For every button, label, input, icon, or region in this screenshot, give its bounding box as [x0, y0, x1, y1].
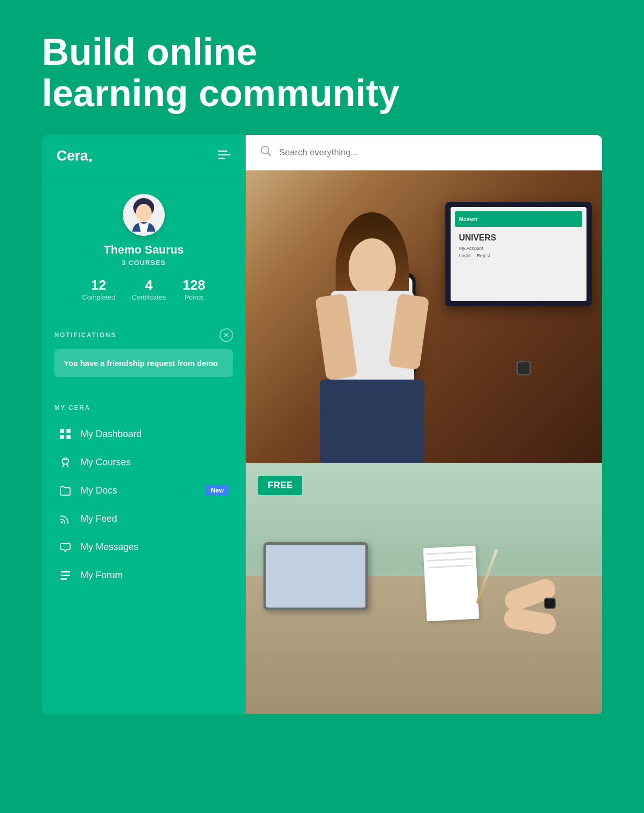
nav-courses-label: My Courses: [80, 457, 131, 468]
notifications-title: NOTIFICATIONS: [54, 331, 116, 339]
nav-item-feed[interactable]: My Feed: [54, 505, 233, 533]
sidebar: Cera.: [42, 135, 246, 714]
svg-point-2: [136, 204, 152, 222]
laptop-register: Regist: [477, 253, 490, 258]
main-content: Cera.: [0, 135, 644, 714]
pen-icon: [59, 455, 72, 469]
avatar: [123, 194, 165, 236]
laptop-visual: Mometr UNIVERS My Account Login Regist: [445, 202, 592, 306]
nav-item-forum[interactable]: My Forum: [54, 561, 233, 589]
laptop-brand: Mometr: [459, 216, 478, 222]
logo: Cera.: [56, 147, 93, 164]
nav-item-dashboard[interactable]: My Dashboard: [54, 420, 233, 448]
watch: [516, 361, 531, 375]
svg-point-8: [61, 521, 63, 523]
free-badge: FREE: [258, 476, 302, 495]
notifications-section: NOTIFICATIONS ✕ You have a friendship re…: [42, 318, 246, 392]
nav-item-messages[interactable]: My Messages: [54, 533, 233, 561]
nav-item-courses[interactable]: My Courses: [54, 448, 233, 476]
stats-row: 12 Completed 4 Certificates 128 Points: [82, 277, 205, 301]
hamburger-icon[interactable]: [217, 150, 231, 162]
certificates-label: Certificates: [132, 293, 166, 301]
svg-rect-10: [61, 575, 70, 576]
close-notification-icon[interactable]: ✕: [220, 328, 233, 342]
grid-icon: [59, 427, 72, 441]
nav-feed-label: My Feed: [80, 513, 117, 524]
notifications-header: NOTIFICATIONS ✕: [54, 328, 233, 342]
stat-points: 128 Points: [182, 277, 205, 301]
profile-section: Themo Saurus 3 COURSES 12 Completed 4 Ce…: [42, 177, 246, 318]
stat-certificates: 4 Certificates: [132, 277, 166, 301]
person-silhouette: [299, 212, 445, 463]
points-count: 128: [182, 277, 205, 293]
nav-forum-label: My Forum: [80, 570, 123, 581]
my-cera-section: MY CERA My Dashboard: [42, 392, 246, 598]
new-badge: New: [205, 485, 229, 496]
completed-count: 12: [91, 277, 106, 293]
my-cera-title: MY CERA: [54, 404, 233, 411]
notification-text: You have a friendship request from demo: [64, 359, 218, 368]
secondary-image-area: FREE: [246, 463, 602, 714]
hero-title: Build online learning community: [42, 31, 408, 114]
laptop-my-account: My Account: [459, 246, 484, 251]
svg-rect-11: [61, 578, 67, 580]
hero-image: Mometr UNIVERS My Account Login Regist: [246, 170, 602, 463]
nav-item-docs[interactable]: My Docs New: [54, 476, 233, 505]
folder-icon: [59, 484, 72, 497]
desk-laptop: [263, 542, 368, 610]
stat-completed: 12 Completed: [82, 277, 115, 301]
profile-name: Themo Saurus: [104, 243, 184, 257]
list-icon: [59, 568, 72, 582]
nav-dashboard-label: My Dashboard: [80, 429, 142, 440]
search-icon: [260, 145, 272, 159]
rss-icon: [59, 512, 72, 525]
completed-label: Completed: [82, 293, 115, 301]
points-label: Points: [185, 293, 203, 301]
hero-section: Build online learning community: [0, 0, 644, 135]
notebook: [423, 546, 479, 622]
svg-rect-5: [60, 435, 64, 439]
hands: [504, 585, 567, 626]
certificates-count: 4: [145, 277, 153, 293]
laptop-login: Login: [459, 253, 470, 258]
notification-card: You have a friendship request from demo: [54, 349, 233, 377]
svg-rect-6: [66, 435, 71, 439]
wrist-watch: [544, 598, 556, 609]
chat-icon: [59, 540, 72, 554]
search-input[interactable]: [279, 147, 588, 158]
profile-courses: 3 COURSES: [122, 259, 166, 267]
svg-rect-3: [60, 429, 64, 433]
svg-rect-9: [61, 571, 70, 572]
nav-messages-label: My Messages: [80, 542, 139, 553]
right-content: Mometr UNIVERS My Account Login Regist: [246, 135, 602, 714]
nav-docs-label: My Docs: [80, 485, 117, 496]
svg-rect-4: [66, 429, 71, 433]
laptop-university: UNIVERS: [455, 230, 582, 246]
search-bar: [246, 135, 602, 170]
sidebar-header: Cera.: [42, 135, 246, 177]
